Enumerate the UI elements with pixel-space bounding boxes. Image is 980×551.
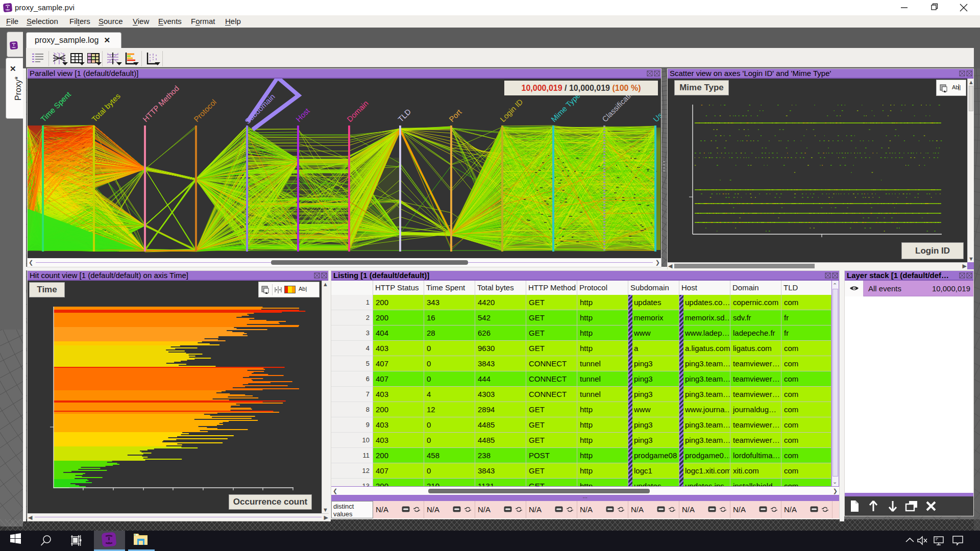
- svg-text:Port: Port: [447, 107, 463, 123]
- svg-text:Mime Type: Mime Type: [549, 91, 582, 123]
- svg-text:TLD: TLD: [396, 107, 412, 123]
- svg-text:Us: Us: [651, 111, 661, 123]
- svg-text:Protocol: Protocol: [192, 97, 218, 123]
- svg-text:Total bytes: Total bytes: [90, 91, 122, 123]
- svg-text:Subdomain: Subdomain: [243, 92, 277, 126]
- svg-text:Domain: Domain: [345, 99, 370, 124]
- svg-text:Login ID: Login ID: [498, 97, 525, 123]
- svg-text:Host: Host: [294, 106, 311, 123]
- svg-text:HTTP Method: HTTP Method: [141, 84, 181, 123]
- svg-text:Time Spent: Time Spent: [39, 90, 72, 123]
